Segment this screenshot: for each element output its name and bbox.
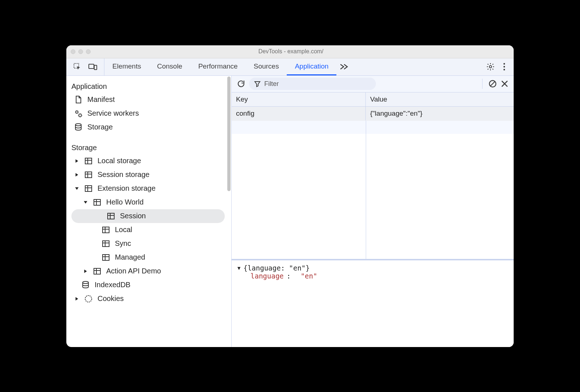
svg-rect-2 bbox=[94, 65, 97, 70]
sidebar-item-label: Local storage bbox=[98, 157, 141, 165]
tab-application[interactable]: Application bbox=[287, 58, 336, 75]
svg-rect-18 bbox=[94, 268, 100, 274]
clear-icon[interactable] bbox=[488, 79, 497, 88]
kebab-menu-icon[interactable] bbox=[503, 62, 506, 71]
maximize-window-button[interactable] bbox=[86, 49, 91, 54]
column-header-value[interactable]: Value bbox=[366, 92, 514, 106]
cell-key: config bbox=[232, 107, 366, 120]
sidebar-item-extension-storage[interactable]: Extension storage bbox=[66, 182, 231, 195]
delete-icon[interactable] bbox=[501, 80, 509, 88]
preview-summary-text: {language: "en"} bbox=[243, 264, 310, 272]
sidebar-item-label: Session bbox=[120, 212, 146, 220]
sidebar-item-managed[interactable]: Managed bbox=[66, 251, 231, 264]
document-icon bbox=[74, 95, 83, 104]
column-header-key[interactable]: Key bbox=[232, 92, 366, 106]
close-window-button[interactable] bbox=[71, 49, 75, 54]
sidebar-item-label: Action API Demo bbox=[106, 267, 161, 275]
svg-point-9 bbox=[75, 124, 81, 126]
database-icon bbox=[74, 123, 83, 132]
titlebar: DevTools - example.com/ bbox=[66, 45, 514, 58]
sidebar-item-indexeddb[interactable]: IndexedDB bbox=[66, 278, 231, 292]
sidebar-item-label: Manifest bbox=[87, 95, 115, 104]
tab-performance[interactable]: Performance bbox=[190, 58, 246, 75]
tab-label: Console bbox=[157, 62, 182, 70]
sidebar-item-session[interactable]: Session bbox=[71, 209, 225, 223]
filter-field[interactable] bbox=[249, 78, 376, 90]
table-icon bbox=[106, 211, 116, 221]
table-icon bbox=[84, 170, 93, 180]
tab-sources[interactable]: Sources bbox=[246, 58, 287, 75]
chevron-down-icon bbox=[83, 200, 88, 205]
sidebar-item-hello-world[interactable]: Hello World bbox=[66, 195, 231, 209]
table-icon bbox=[101, 239, 111, 248]
svg-rect-17 bbox=[103, 255, 109, 260]
tab-label: Elements bbox=[112, 62, 141, 70]
filter-input[interactable] bbox=[264, 80, 371, 88]
sidebar-item-label: Local bbox=[115, 226, 132, 234]
main-panel: Key Value config {"language":"en"} ▼ {la… bbox=[232, 76, 514, 347]
table-icon bbox=[101, 253, 111, 262]
inspect-icon[interactable] bbox=[73, 62, 82, 71]
sidebar-item-service-workers[interactable]: Service workers bbox=[66, 107, 231, 120]
filter-icon bbox=[254, 81, 261, 87]
sidebar-item-local[interactable]: Local bbox=[66, 223, 231, 237]
sidebar-item-session-storage[interactable]: Session storage bbox=[66, 168, 231, 182]
sidebar-item-label: Service workers bbox=[87, 109, 139, 117]
preview-key: language bbox=[250, 272, 284, 280]
cookie-icon bbox=[84, 294, 93, 304]
chevron-right-icon bbox=[74, 159, 79, 163]
table-icon bbox=[84, 184, 93, 193]
sidebar-item-label: Managed bbox=[115, 253, 145, 261]
more-tabs-button[interactable] bbox=[336, 58, 352, 75]
sidebar-item-label: Storage bbox=[87, 123, 113, 131]
svg-rect-11 bbox=[85, 172, 92, 178]
preview-summary[interactable]: ▼ {language: "en"} bbox=[237, 264, 508, 272]
sidebar-item-label: IndexedDB bbox=[95, 281, 130, 289]
svg-point-8 bbox=[79, 114, 82, 116]
table-row[interactable]: config {"language":"en"} bbox=[232, 107, 514, 121]
sidebar-item-storage[interactable]: Storage bbox=[66, 120, 231, 134]
svg-point-6 bbox=[504, 69, 505, 70]
sidebar-item-label: Hello World bbox=[106, 198, 144, 206]
sidebar: Application Manifest Service workers bbox=[66, 76, 232, 347]
svg-point-3 bbox=[489, 66, 492, 68]
svg-rect-16 bbox=[103, 241, 109, 247]
storage-table: Key Value config {"language":"en"} bbox=[232, 92, 514, 260]
table-icon bbox=[92, 198, 102, 207]
preview-pane: ▼ {language: "en"} language: "en" bbox=[232, 260, 514, 347]
svg-point-5 bbox=[504, 66, 505, 67]
preview-property[interactable]: language: "en" bbox=[237, 272, 508, 280]
chevron-down-icon bbox=[74, 186, 79, 191]
sidebar-item-sync[interactable]: Sync bbox=[66, 237, 231, 251]
minimize-window-button[interactable] bbox=[78, 49, 83, 54]
device-toolbar-icon[interactable] bbox=[88, 62, 98, 71]
svg-rect-1 bbox=[89, 64, 94, 69]
toolbar-divider bbox=[482, 79, 482, 89]
cell-value: {"language":"en"} bbox=[366, 107, 514, 120]
sidebar-item-action-api-demo[interactable]: Action API Demo bbox=[66, 264, 231, 278]
sidebar-item-cookies[interactable]: Cookies bbox=[66, 292, 231, 306]
tab-elements[interactable]: Elements bbox=[104, 58, 149, 75]
table-body-empty bbox=[232, 121, 514, 259]
sidebar-item-local-storage[interactable]: Local storage bbox=[66, 154, 231, 168]
gears-icon bbox=[74, 109, 83, 118]
chevron-right-icon bbox=[74, 297, 79, 301]
svg-rect-15 bbox=[103, 227, 109, 233]
sidebar-item-label: Extension storage bbox=[98, 184, 156, 193]
refresh-icon[interactable] bbox=[237, 79, 245, 88]
sidebar-scrollbar[interactable] bbox=[227, 77, 231, 191]
table-header: Key Value bbox=[232, 92, 514, 107]
svg-rect-13 bbox=[94, 199, 100, 205]
svg-point-19 bbox=[83, 281, 88, 284]
window-controls bbox=[71, 49, 91, 54]
tabbar: Elements Console Performance Sources App… bbox=[66, 58, 514, 76]
table-icon bbox=[101, 225, 111, 235]
settings-icon[interactable] bbox=[486, 62, 495, 71]
content: Application Manifest Service workers bbox=[66, 76, 514, 347]
table-icon bbox=[92, 267, 102, 276]
sidebar-item-manifest[interactable]: Manifest bbox=[66, 93, 231, 107]
chevron-right-icon bbox=[74, 173, 79, 177]
tab-label: Sources bbox=[254, 62, 279, 70]
svg-rect-12 bbox=[85, 186, 92, 191]
tab-console[interactable]: Console bbox=[149, 58, 190, 75]
